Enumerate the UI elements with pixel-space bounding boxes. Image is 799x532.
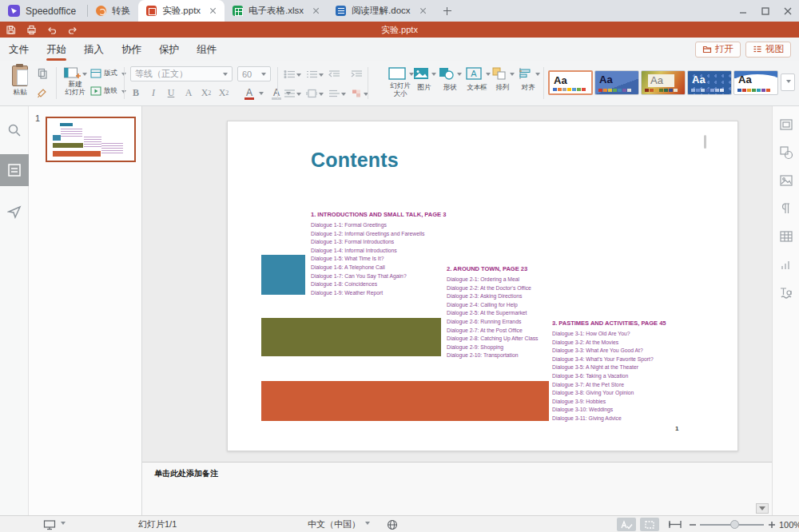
new-tab-button[interactable]: [441, 5, 454, 18]
theme-aa-label: Aa: [738, 73, 752, 85]
spellcheck-button[interactable]: [617, 516, 636, 532]
tab-convert[interactable]: 转换: [88, 0, 138, 22]
scrollbar-thumb[interactable]: [704, 135, 706, 149]
decrease-indent-icon[interactable]: [328, 68, 346, 81]
clipboard-icon: [12, 66, 28, 86]
save-icon[interactable]: [0, 22, 21, 38]
olive-rectangle-shape[interactable]: [261, 318, 441, 356]
theme-thumbnail-2[interactable]: Aa: [594, 70, 639, 95]
slide-title[interactable]: Contents: [311, 149, 399, 172]
theme-thumbnail-4[interactable]: Aa: [687, 70, 732, 95]
paste-button[interactable]: 粘贴: [6, 66, 34, 97]
dialogue-item: Dialogue 2-5: At the Supermarket: [447, 309, 538, 318]
theme-gallery-more-button[interactable]: [781, 73, 795, 91]
new-slide-button[interactable]: 新建幻灯片: [62, 66, 89, 97]
bullet-list-icon[interactable]: [284, 68, 301, 81]
ribbon-toolbar: 粘贴 新建幻灯片 版式 放映 等线（正文） 60 B I U A: [0, 61, 799, 106]
zoom-slider-handle[interactable]: [730, 520, 739, 529]
scroll-down-button[interactable]: [756, 503, 769, 514]
superscript-button[interactable]: X2: [216, 85, 232, 100]
toc-section-2[interactable]: 2. AROUND TOWN, PAGE 23 Dialogue 2-1: Or…: [447, 265, 538, 360]
presenter-mode-button[interactable]: [43, 516, 66, 532]
italic-button[interactable]: I: [145, 85, 161, 100]
menu-components[interactable]: 组件: [188, 38, 225, 62]
text-art-icon[interactable]: [779, 285, 793, 300]
shapes-button[interactable]: 形状: [438, 66, 462, 92]
textbox-button[interactable]: A 文本框: [463, 66, 491, 92]
font-name-select[interactable]: 等线（正文）: [130, 66, 233, 81]
layout-button[interactable]: 版式: [90, 69, 126, 78]
search-icon[interactable]: [0, 116, 29, 145]
view-button[interactable]: 视图: [745, 42, 791, 58]
teal-square-shape[interactable]: [261, 255, 305, 295]
close-tab-icon[interactable]: [209, 7, 217, 14]
slide-thumbnail-1[interactable]: [46, 117, 136, 162]
table-icon[interactable]: [779, 229, 793, 244]
theme-thumbnail-3[interactable]: Aa: [641, 70, 686, 95]
zoom-out-button[interactable]: [689, 516, 697, 532]
slideshow-button[interactable]: 放映: [90, 86, 126, 96]
text-direction-icon[interactable]: [306, 87, 324, 100]
strikethrough-button[interactable]: A: [181, 85, 197, 100]
shapes-sidebar-icon[interactable]: [779, 145, 793, 160]
slide-layout-icon[interactable]: [779, 117, 793, 132]
tab-spreadsheet[interactable]: 电子表格.xlsx: [225, 0, 328, 22]
slide-size-button[interactable]: 幻灯片大小: [387, 66, 414, 98]
menu-collaborate[interactable]: 协作: [113, 38, 150, 62]
menu-home[interactable]: 开始: [38, 38, 75, 62]
tab-document[interactable]: 阅读理解.docx: [328, 0, 435, 22]
fit-width-icon[interactable]: [668, 516, 682, 532]
numbered-list-icon[interactable]: [306, 68, 324, 81]
dialogue-item: Dialogue 1-6: A Telephone Call: [311, 264, 446, 272]
close-window-button[interactable]: [777, 1, 799, 22]
bold-button[interactable]: B: [128, 85, 144, 100]
view-label: 视图: [765, 43, 784, 55]
picture-button[interactable]: 图片: [412, 66, 436, 92]
toc-section-3[interactable]: 3. PASTIMES AND ACTIVITIES, PAGE 45 Dial…: [552, 320, 666, 423]
paragraph-icon[interactable]: [779, 201, 793, 216]
undo-icon[interactable]: [42, 22, 62, 38]
zoom-in-button[interactable]: [768, 516, 776, 532]
send-icon[interactable]: [0, 197, 29, 226]
arrange-button[interactable]: 排列: [491, 66, 515, 92]
shading-icon[interactable]: [351, 87, 368, 100]
align-text-icon[interactable]: [328, 87, 346, 100]
slides-panel-icon[interactable]: [0, 154, 29, 186]
align-button[interactable]: 对齐: [516, 66, 540, 92]
highlight-color-button[interactable]: A: [270, 87, 283, 98]
font-size-select[interactable]: 60: [237, 66, 271, 81]
thumb-olive-shape: [53, 143, 83, 148]
status-bar: 幻灯片1/1 中文（中国） 100%: [0, 515, 799, 532]
chart-icon[interactable]: [779, 257, 793, 272]
slide-canvas[interactable]: Contents 1. INTRODUCTIONS AND SMALL TALK…: [227, 121, 738, 451]
app-logo: Speedoffice: [0, 5, 87, 17]
underline-button[interactable]: U: [163, 85, 179, 100]
toc-section-1[interactable]: 1. INTRODUCTIONS AND SMALL TALK, PAGE 3 …: [311, 211, 446, 297]
notes-placeholder[interactable]: 单击此处添加备注: [154, 468, 218, 479]
menu-protect[interactable]: 保护: [150, 38, 188, 62]
tab-presentation-active[interactable]: 实验.pptx: [138, 0, 225, 22]
language-selector[interactable]: 中文（中国）: [308, 516, 370, 532]
redo-icon[interactable]: [62, 22, 83, 38]
format-painter-icon[interactable]: [35, 86, 50, 99]
close-tab-icon[interactable]: [312, 7, 320, 14]
maximize-button[interactable]: [754, 1, 777, 22]
image-sidebar-icon[interactable]: [779, 173, 793, 188]
open-button[interactable]: 打开: [695, 42, 741, 58]
print-icon[interactable]: [21, 22, 42, 38]
line-spacing-icon[interactable]: [284, 87, 301, 100]
font-color-button[interactable]: A: [243, 87, 256, 98]
minimize-button[interactable]: [732, 1, 754, 22]
copy-icon[interactable]: [35, 67, 50, 80]
globe-icon[interactable]: [387, 516, 398, 532]
menu-insert[interactable]: 插入: [75, 38, 113, 62]
orange-rectangle-shape[interactable]: [261, 381, 549, 421]
subscript-button[interactable]: X2: [198, 85, 214, 100]
increase-indent-icon[interactable]: [351, 68, 368, 81]
close-tab-icon[interactable]: [419, 7, 427, 14]
fit-slide-button[interactable]: [640, 516, 659, 532]
menu-file[interactable]: 文件: [0, 38, 38, 62]
theme-thumbnail-1-selected[interactable]: Aa: [548, 70, 593, 95]
theme-thumbnail-5[interactable]: Aa: [733, 70, 778, 95]
notes-area[interactable]: 单击此处添加备注: [142, 462, 772, 515]
